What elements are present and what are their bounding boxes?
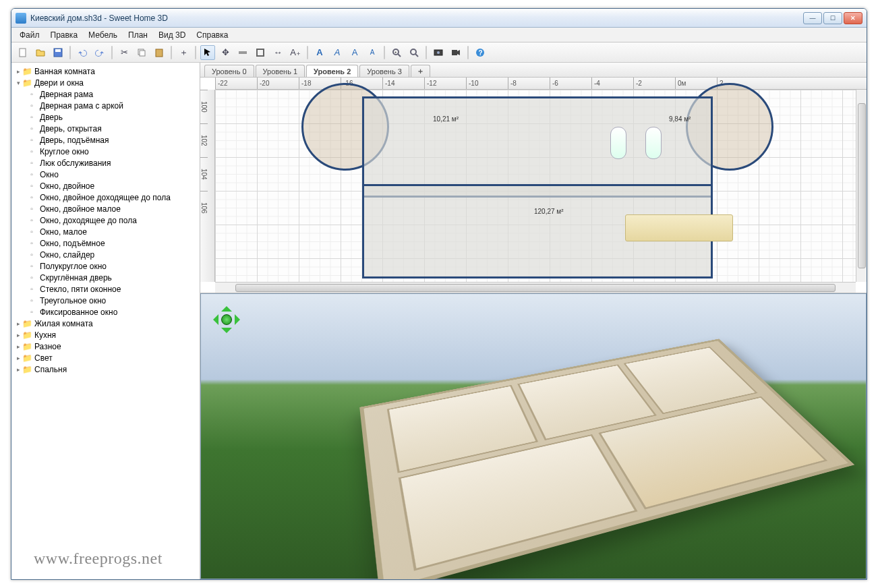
video-icon[interactable] xyxy=(448,45,463,60)
tree-label: Свет xyxy=(34,353,53,363)
zoom-out-icon[interactable] xyxy=(407,45,421,60)
tree-item[interactable]: ▫Стекло, пяти оконное xyxy=(11,283,200,295)
tree-item[interactable]: ▫Дверная рама с аркой xyxy=(11,100,200,111)
tree-group[interactable]: ▸📁Ванная комната xyxy=(11,65,200,77)
tree-item[interactable]: ▫Окно, слайдер xyxy=(11,249,200,260)
tree-item[interactable]: ▫Окно, двойное доходящее до пола xyxy=(11,192,200,203)
nav-center-icon[interactable] xyxy=(221,314,232,325)
separator-icon xyxy=(195,46,196,59)
tree-item[interactable]: ▫Треугольное окно xyxy=(11,295,200,306)
add-level-button[interactable]: ＋ xyxy=(411,65,430,77)
furniture-icon: ▫ xyxy=(26,90,37,98)
tree-group[interactable]: ▸📁Спальня xyxy=(11,363,200,375)
scroll-thumb[interactable] xyxy=(858,103,866,268)
tree-item[interactable]: ▫Дверная рама xyxy=(11,88,200,100)
plan-scrollbar-v[interactable] xyxy=(856,90,867,282)
maximize-button[interactable]: ☐ xyxy=(823,12,842,24)
tree-item[interactable]: ▫Окно, малое xyxy=(11,226,200,237)
furniture-icon: ▫ xyxy=(26,113,37,121)
twist-icon[interactable]: ▸ xyxy=(14,332,22,339)
furniture-icon: ▫ xyxy=(26,148,37,155)
folder-icon: 📁 xyxy=(22,353,33,363)
open-icon[interactable] xyxy=(33,45,48,60)
twist-icon[interactable]: ▸ xyxy=(14,343,22,350)
tree-item[interactable]: ▫Окно, двойное малое xyxy=(11,203,200,214)
nav-right-icon[interactable] xyxy=(235,314,245,325)
room-area-label: 120,27 м² xyxy=(534,208,564,215)
catalog-tree[interactable]: ▸📁Ванная комната▾📁Двери и окна▫Дверная р… xyxy=(11,63,200,579)
twist-icon[interactable]: ▸ xyxy=(14,366,22,373)
text-increase-icon[interactable]: A xyxy=(347,45,362,60)
text-italic-icon[interactable]: A xyxy=(330,45,345,60)
twist-icon[interactable]: ▸ xyxy=(14,320,22,327)
twist-icon[interactable]: ▸ xyxy=(14,68,22,75)
tree-item[interactable]: ▫Окно, двойное xyxy=(11,180,200,192)
window-controls: — ☐ ✕ xyxy=(803,12,862,24)
titlebar[interactable]: Киевский дом.sh3d - Sweet Home 3D — ☐ ✕ xyxy=(11,9,867,28)
nav-down-icon[interactable] xyxy=(221,328,232,339)
tree-group[interactable]: ▸📁Свет xyxy=(11,352,200,363)
tree-item[interactable]: ▫Фиксированное окно xyxy=(11,306,200,318)
undo-icon[interactable] xyxy=(75,45,90,60)
wall-icon[interactable] xyxy=(235,45,250,60)
tree-label: Окно, подъёмное xyxy=(40,239,105,248)
add-furniture-icon[interactable]: ＋ xyxy=(176,45,191,60)
tree-item[interactable]: ▫Скруглённая дверь xyxy=(11,272,200,283)
nav-up-icon[interactable] xyxy=(221,301,232,312)
close-button[interactable]: ✕ xyxy=(844,12,862,24)
menu-edit[interactable]: Правка xyxy=(45,29,84,41)
text-bold-icon[interactable]: A xyxy=(312,45,327,60)
scroll-thumb[interactable] xyxy=(235,284,836,292)
level-tabs: Уровень 0Уровень 1Уровень 2Уровень 3＋ xyxy=(200,63,867,78)
copy-icon[interactable] xyxy=(134,45,149,60)
tree-item[interactable]: ▫Дверь, открытая xyxy=(11,123,200,134)
menu-file[interactable]: Файл xyxy=(14,29,45,41)
view-3d[interactable] xyxy=(200,293,867,579)
save-icon[interactable] xyxy=(51,45,65,60)
tree-item[interactable]: ▫Окно, доходящее до пола xyxy=(11,214,200,226)
menu-help[interactable]: Справка xyxy=(191,29,233,41)
level-tab[interactable]: Уровень 1 xyxy=(256,65,305,77)
tree-item[interactable]: ▫Окно, подъёмное xyxy=(11,237,200,249)
tree-item[interactable]: ▫Дверь, подъёмная xyxy=(11,134,200,146)
menubar: Файл Правка Мебель План Вид 3D Справка xyxy=(11,28,867,42)
paste-icon[interactable] xyxy=(152,45,167,60)
new-icon[interactable] xyxy=(16,45,30,60)
level-tab[interactable]: Уровень 0 xyxy=(204,65,254,77)
tree-label: Кухня xyxy=(34,330,56,340)
twist-icon[interactable]: ▸ xyxy=(14,355,22,361)
dimension-icon[interactable]: ↔ xyxy=(270,45,285,60)
cut-icon[interactable]: ✂ xyxy=(117,45,131,60)
tree-group[interactable]: ▸📁Жилая комната xyxy=(11,318,200,329)
menu-3d[interactable]: Вид 3D xyxy=(153,29,191,41)
nav-3d[interactable] xyxy=(208,301,245,339)
plan-scrollbar-h[interactable] xyxy=(215,282,856,293)
ruler-tick: -22 xyxy=(215,78,257,89)
tree-item[interactable]: ▫Полукруглое окно xyxy=(11,260,200,272)
tree-group[interactable]: ▸📁Разное xyxy=(11,341,200,352)
tree-group[interactable]: ▸📁Кухня xyxy=(11,329,200,341)
level-tab[interactable]: Уровень 2 xyxy=(306,65,358,77)
room-icon[interactable] xyxy=(253,45,268,60)
pan-icon[interactable]: ✥ xyxy=(218,45,233,60)
tree-item[interactable]: ▫Дверь xyxy=(11,111,200,123)
redo-icon[interactable] xyxy=(92,45,107,60)
tree-group[interactable]: ▾📁Двери и окна xyxy=(11,77,200,88)
text-decrease-icon[interactable]: A xyxy=(365,45,380,60)
nav-left-icon[interactable] xyxy=(208,314,218,325)
tree-item[interactable]: ▫Круглое окно xyxy=(11,146,200,157)
help-icon[interactable]: ? xyxy=(473,45,488,60)
zoom-in-icon[interactable]: + xyxy=(389,45,404,60)
select-icon[interactable] xyxy=(200,45,215,60)
menu-furn[interactable]: Мебель xyxy=(83,29,123,41)
tree-label: Окно, малое xyxy=(40,227,87,237)
text-icon[interactable]: A₊ xyxy=(288,45,303,60)
photo-icon[interactable] xyxy=(431,45,446,60)
tree-item[interactable]: ▫Окно xyxy=(11,169,200,180)
plan-view[interactable]: -22-20-18-16-14-12-10-8-6-4-20м2 1001021… xyxy=(200,78,867,293)
tree-item[interactable]: ▫Люк обслуживания xyxy=(11,157,200,169)
menu-plan[interactable]: План xyxy=(123,29,153,41)
twist-icon[interactable]: ▾ xyxy=(14,80,22,86)
level-tab[interactable]: Уровень 3 xyxy=(359,65,409,77)
minimize-button[interactable]: — xyxy=(803,12,822,24)
